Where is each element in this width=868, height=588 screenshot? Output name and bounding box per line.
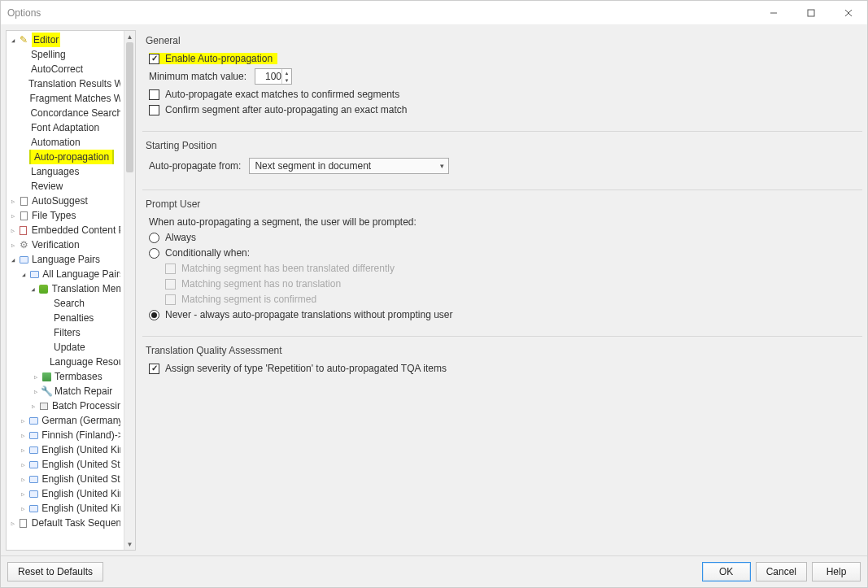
tree-toggle-icon[interactable] [31,384,41,399]
tree-item[interactable]: Font Adaptation [7,120,124,135]
tree-item[interactable]: Languages [7,164,124,179]
reset-to-defaults-button[interactable]: Reset to Defaults [7,562,103,581]
ok-button[interactable]: OK [702,562,751,581]
tree-item[interactable]: Spelling [7,47,124,62]
tree-item[interactable]: English (United Stat [7,472,124,486]
tree-label: Automation [31,135,81,150]
checkbox-confirm-after[interactable] [149,105,159,115]
tree-item[interactable]: Language Resour [7,355,124,369]
tree-toggle-icon[interactable] [8,252,18,267]
tree-toggle-icon[interactable] [19,472,28,486]
tree-toggle-icon[interactable] [18,413,28,428]
min-match-label: Minimum match value: [149,71,246,82]
tree-item[interactable]: Finnish (Finland)->E [7,428,124,442]
tree-item-autosuggest[interactable]: AutoSuggest [7,194,124,208]
checkbox-no-translation [165,279,176,290]
tree-item-translation-memo[interactable]: Translation Memo [7,281,124,296]
tree-item[interactable]: Update [7,340,124,355]
section-tqa: Translation Quality Assessment Assign se… [142,336,862,551]
tree-toggle-icon[interactable] [28,281,38,296]
tree-item-auto-propagation[interactable]: Auto-propagation [7,150,124,164]
tree-toggle-icon[interactable] [8,237,18,252]
tree-item-match-repair[interactable]: 🔧Match Repair [7,384,124,399]
tree-item-embedded[interactable]: Embedded Content Pr [7,223,124,237]
tree-label: Search [54,296,85,311]
checkbox-tqa-repetition[interactable] [149,364,159,374]
tree-toggle-icon[interactable] [19,457,28,472]
tree-item[interactable]: English (United Stat [7,457,124,472]
tree-toggle-icon[interactable] [8,33,18,47]
tree-item[interactable]: English (United King [7,501,124,516]
tree-toggle-icon[interactable] [31,369,41,384]
tree-toggle-icon[interactable] [18,442,28,457]
radio-label: Conditionally when: [165,247,250,259]
section-starting-position: Starting Position Auto-propagate from: N… [142,131,862,189]
tree-label: AutoSuggest [32,194,88,208]
tree-toggle-icon[interactable] [8,194,18,208]
tree-toggle-icon[interactable] [18,486,28,501]
doc-icon [18,195,29,207]
maximize-button[interactable] [792,1,830,24]
tree-item[interactable]: Filters [7,325,124,340]
tree-item[interactable]: Review [7,179,124,194]
tree-item-filetypes[interactable]: File Types [7,208,124,223]
min-match-value-input[interactable]: 100 ▲▼ [255,68,292,85]
cancel-button[interactable]: Cancel [756,562,807,581]
tree-item[interactable]: Fragment Matches Wi [7,91,124,106]
tree-item[interactable]: Concordance Search [7,106,124,120]
tree-item-termbases[interactable]: Termbases [7,369,124,384]
tree-toggle-icon[interactable] [8,223,18,237]
tm-icon [38,283,50,294]
tree-item-all-language-pairs[interactable]: All Language Pairs [7,267,124,281]
tree-label: Translation Memo [52,281,120,296]
tree-item-batch-processing[interactable]: Batch Processing [7,399,124,413]
tree-item[interactable]: Translation Results Win [7,76,124,91]
tree-item-editor[interactable]: ✎ Editor [7,33,124,47]
tree-toggle-icon[interactable] [8,516,18,530]
tree-item-language-pairs[interactable]: Language Pairs [7,252,124,267]
section-general: General Enable Auto-propagation Minimum … [142,30,862,131]
language-icon [28,268,40,280]
checkbox-label: Assign severity of type 'Repetition' to … [165,363,447,374]
help-button[interactable]: Help [812,562,861,581]
close-button[interactable] [830,1,867,24]
tree-item-verification[interactable]: ⚙Verification [7,237,124,252]
wrench-icon: 🔧 [41,385,52,397]
tree-item[interactable]: Search [7,296,124,311]
tree-toggle-icon[interactable] [18,428,28,442]
tree-item[interactable]: German (Germany)- [7,413,124,428]
tree-item[interactable]: Automation [7,135,124,150]
scroll-up-icon[interactable]: ▲ [124,31,135,42]
tree-item-default-task-sequence[interactable]: Default Task Sequence [7,516,124,530]
language-icon [28,473,40,485]
tree-label: English (United King [41,486,120,501]
doc-icon [18,517,29,529]
scroll-down-icon[interactable]: ▼ [124,538,135,550]
tree-toggle-icon[interactable] [19,267,28,281]
language-icon [28,444,39,455]
radio-conditionally[interactable] [149,248,159,259]
tree-toggle-icon[interactable] [8,208,18,223]
radio-always[interactable] [149,233,159,243]
minimize-button[interactable] [755,1,792,24]
language-icon [18,254,29,265]
section-title: Translation Quality Assessment [146,345,859,356]
checkbox-confirmed [165,294,176,305]
radio-never[interactable] [149,310,159,320]
tree-item[interactable]: English (United King [7,442,124,457]
checkbox-enable-auto-propagation[interactable] [149,54,159,64]
checkbox-exact-confirmed[interactable] [149,89,159,100]
tree-label: English (United King [41,501,120,516]
tree-label: Languages [31,164,79,179]
spinner-icon[interactable]: ▲▼ [281,69,291,84]
tree-item[interactable]: AutoCorrect [7,62,124,76]
scroll-thumb[interactable] [126,42,133,172]
auto-propagate-from-select[interactable]: Next segment in document ▾ [249,158,449,174]
tree-scrollbar[interactable]: ▲ ▼ [124,31,135,550]
tree-item[interactable]: Penalties [7,311,124,325]
tree-item[interactable]: English (United King [7,486,124,501]
tree-toggle-icon[interactable] [18,501,28,516]
tree-toggle-icon[interactable] [28,399,38,413]
chevron-down-icon: ▾ [440,162,444,170]
checkbox-label: Enable Auto-propagation [165,53,273,64]
